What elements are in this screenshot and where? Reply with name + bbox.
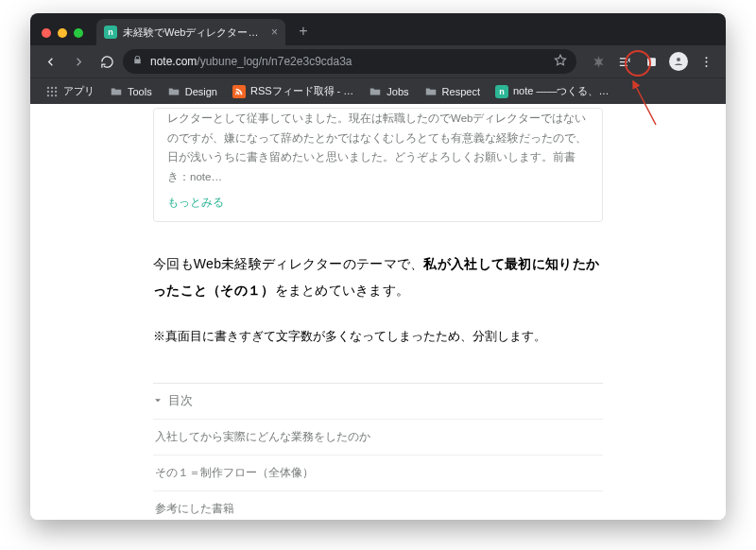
bookmark-star-icon[interactable]	[554, 54, 567, 70]
close-tab-icon[interactable]: ×	[271, 26, 278, 38]
svg-point-10	[55, 90, 57, 92]
chevron-down-icon	[153, 395, 163, 408]
bookmark-label: Design	[185, 86, 217, 97]
embed-excerpt: レクターとして従事していました。現在は転職したのでWebディレクターではないので…	[167, 109, 589, 187]
window-controls	[38, 28, 91, 45]
bookmark-folder-tools[interactable]: Tools	[104, 82, 158, 101]
svg-point-2	[705, 57, 707, 59]
profile-avatar[interactable]	[669, 52, 688, 71]
bookmark-folder-jobs[interactable]: Jobs	[363, 82, 414, 101]
svg-point-7	[55, 86, 57, 88]
tab-title: 未経験でWebディレクターになっ…	[123, 26, 266, 40]
table-of-contents: 目次 入社してから実際にどんな業務をしたのか その１＝制作フロー（全体像） 参考…	[153, 383, 603, 520]
page-content: レクターとして従事していました。現在は転職したのでWebディレクターではないので…	[30, 104, 726, 520]
svg-point-5	[47, 86, 49, 88]
folder-icon	[110, 85, 123, 98]
lock-icon	[132, 55, 143, 68]
back-button[interactable]	[38, 49, 62, 74]
folder-icon	[424, 85, 438, 98]
svg-point-4	[705, 64, 707, 66]
zoom-window-button[interactable]	[74, 28, 83, 38]
extension-square-icon[interactable]	[639, 49, 663, 74]
apps-shortcut[interactable]: アプリ	[40, 81, 100, 101]
embed-card[interactable]: レクターとして従事していました。現在は転職したのでWebディレクターではないので…	[153, 108, 603, 222]
folder-icon	[167, 85, 180, 98]
toc-item[interactable]: 入社してから実際にどんな業務をしたのか	[153, 419, 603, 455]
svg-point-6	[51, 86, 53, 88]
bookmarks-bar: アプリ Tools Design RSSフィード取得 - … Jobs Resp…	[30, 77, 726, 104]
toc-item[interactable]: 参考にした書籍	[153, 490, 603, 520]
note-favicon-icon: n	[104, 26, 117, 39]
extension-shuriken-icon[interactable]	[586, 49, 610, 74]
toc-heading-label: 目次	[168, 393, 193, 409]
svg-point-1	[677, 58, 680, 61]
article-note-paragraph: ※真面目に書きすぎて文字数が多くなってしまったため、分割します。	[153, 328, 603, 345]
bookmark-rss[interactable]: RSSフィード取得 - …	[227, 81, 359, 101]
folder-icon	[369, 85, 382, 98]
bookmark-label: note ――つくる、…	[513, 84, 609, 98]
toc-toggle[interactable]: 目次	[153, 393, 603, 419]
browser-toolbar: note.com/yubune_log/n/n7e2e3c9cda3a	[30, 45, 726, 77]
bookmark-label: アプリ	[63, 84, 94, 98]
svg-point-9	[51, 90, 53, 92]
article-paragraph: 今回もWeb未経験ディレクターのテーマで、私が入社して最初に知りたかったこと（そ…	[153, 250, 603, 303]
kebab-menu-icon[interactable]	[694, 49, 718, 74]
svg-point-8	[47, 90, 49, 92]
bookmark-label: Jobs	[387, 86, 408, 97]
reload-button[interactable]	[94, 49, 119, 74]
svg-point-13	[55, 94, 57, 95]
toc-item[interactable]: その１＝制作フロー（全体像）	[153, 455, 603, 490]
apps-grid-icon	[45, 85, 59, 98]
reading-list-icon[interactable]	[612, 49, 637, 74]
toolbar-right	[586, 49, 718, 74]
bookmark-label: Tools	[128, 86, 152, 97]
browser-tab[interactable]: n 未経験でWebディレクターになっ… ×	[96, 19, 285, 45]
article-column: レクターとして従事していました。現在は転職したのでWebディレクターではないので…	[153, 104, 603, 520]
svg-point-3	[705, 60, 707, 62]
bookmark-folder-respect[interactable]: Respect	[419, 82, 486, 101]
browser-window: n 未経験でWebディレクターになっ… × + note.com/yubune_…	[30, 13, 726, 520]
url-text: note.com/yubune_log/n/n7e2e3c9cda3a	[150, 55, 546, 68]
address-bar[interactable]: note.com/yubune_log/n/n7e2e3c9cda3a	[123, 49, 576, 74]
close-window-button[interactable]	[42, 28, 51, 38]
new-tab-button[interactable]: +	[293, 21, 314, 42]
bookmark-label: Respect	[442, 86, 480, 97]
embed-read-more-link[interactable]: もっとみる	[167, 193, 224, 213]
bookmark-note[interactable]: n note ――つくる、…	[490, 81, 614, 101]
svg-rect-0	[647, 58, 656, 66]
bookmark-label: RSSフィード取得 - …	[250, 84, 353, 98]
tab-strip: n 未経験でWebディレクターになっ… × +	[30, 13, 726, 45]
bookmark-folder-design[interactable]: Design	[162, 82, 223, 101]
svg-point-11	[47, 94, 49, 95]
forward-button[interactable]	[66, 49, 91, 74]
svg-point-12	[51, 94, 53, 95]
rss-icon	[232, 85, 246, 98]
minimize-window-button[interactable]	[58, 28, 67, 38]
note-favicon-icon: n	[495, 85, 508, 98]
